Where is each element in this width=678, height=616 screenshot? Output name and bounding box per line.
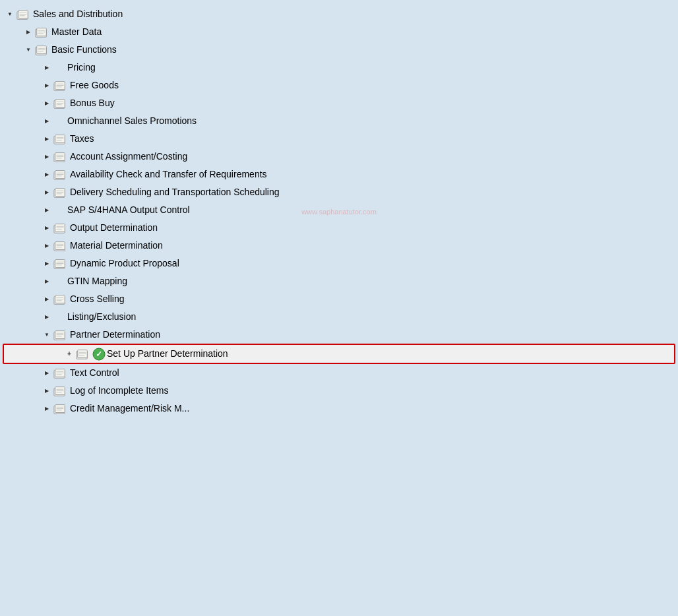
tree-item-master-data[interactable]: Master Data — [0, 23, 678, 41]
toggle-taxes[interactable] — [42, 135, 51, 144]
item-label-sap-output: SAP S/4HANA Output Control — [67, 203, 190, 217]
toggle-dynamic-product[interactable] — [42, 259, 51, 268]
toggle-text-control[interactable] — [42, 369, 51, 378]
tree-item-cross-selling[interactable]: Cross Selling — [0, 290, 678, 308]
toggle-sap-output[interactable] — [42, 206, 51, 215]
folder-icon-free-goods — [53, 80, 67, 92]
folder-icon-bonus-buy — [53, 98, 67, 109]
toggle-pricing[interactable] — [42, 63, 51, 73]
tree-item-credit-management[interactable]: Credit Management/Risk M... — [0, 400, 678, 417]
tree-item-account-assignment[interactable]: Account Assignment/Costing — [0, 148, 678, 166]
folder-icon-output-determination — [53, 222, 67, 234]
item-label-text-control: Text Control — [70, 366, 119, 380]
tree-item-delivery-scheduling[interactable]: Delivery Scheduling and Transportation S… — [0, 183, 678, 201]
toggle-partner-determination[interactable] — [42, 330, 51, 340]
toggle-bonus-buy[interactable] — [42, 99, 51, 108]
tree-item-availability-check[interactable]: Availability Check and Transfer of Requi… — [0, 166, 678, 183]
toggle-setup-partner[interactable]: + — [65, 350, 74, 359]
item-label-listing-exclusion: Listing/Exclusion — [67, 310, 136, 324]
folder-icon-account-assignment — [53, 151, 67, 163]
toggle-output-determination[interactable] — [42, 224, 51, 233]
folder-icon-material-determination — [53, 240, 67, 252]
folder-icon-basic-functions — [34, 44, 49, 56]
tree-item-sales-dist[interactable]: Sales and Distribution — [0, 5, 678, 23]
item-label-master-data: Master Data — [51, 25, 102, 39]
tree-item-free-goods[interactable]: Free Goods — [0, 77, 678, 94]
item-label-cross-selling: Cross Selling — [70, 292, 124, 306]
tree-container: Sales and Distribution Master Data Basic… — [0, 0, 678, 423]
item-label-account-assignment: Account Assignment/Costing — [70, 150, 187, 164]
item-label-bonus-buy: Bonus Buy — [70, 96, 115, 110]
folder-icon-partner-determination — [53, 329, 67, 341]
folder-icon-credit-management — [53, 403, 67, 415]
sap-tree: Sales and Distribution Master Data Basic… — [0, 0, 678, 423]
svg-text:✓: ✓ — [96, 350, 102, 359]
tree-item-log-incomplete[interactable]: Log of Incomplete Items — [0, 382, 678, 400]
folder-icon-dynamic-product — [53, 258, 67, 270]
item-label-availability-check: Availability Check and Transfer of Requi… — [70, 168, 267, 181]
folder-icon-availability-check — [53, 169, 67, 181]
tree-item-taxes[interactable]: Taxes — [0, 130, 678, 148]
item-label-dynamic-product: Dynamic Product Proposal — [70, 257, 179, 270]
item-label-taxes: Taxes — [70, 132, 94, 146]
item-label-material-determination: Material Determination — [70, 239, 163, 253]
item-label-free-goods: Free Goods — [70, 78, 119, 92]
tree-item-material-determination[interactable]: Material Determination — [0, 237, 678, 255]
tree-item-omnichannel[interactable]: Omnichannel Sales Promotions — [0, 112, 678, 130]
toggle-account-assignment[interactable] — [42, 152, 51, 162]
folder-icon-delivery-scheduling — [53, 187, 67, 199]
tree-item-setup-partner[interactable]: + ✓ Set Up Partner Determination — [3, 344, 675, 364]
folder-icon-setup-partner — [75, 348, 90, 360]
toggle-credit-management[interactable] — [42, 404, 51, 414]
item-label-omnichannel: Omnichannel Sales Promotions — [67, 114, 197, 128]
folder-icon-master-data — [34, 26, 49, 38]
item-label-log-incomplete: Log of Incomplete Items — [70, 384, 168, 398]
toggle-sales-dist[interactable] — [5, 10, 15, 19]
toggle-free-goods[interactable] — [42, 81, 51, 90]
toggle-basic-functions[interactable] — [24, 46, 33, 55]
tree-item-output-determination[interactable]: Output Determination — [0, 219, 678, 237]
folder-icon-log-incomplete — [53, 385, 67, 397]
folder-icon-text-control — [53, 367, 67, 379]
toggle-availability-check[interactable] — [42, 170, 51, 179]
tree-item-text-control[interactable]: Text Control — [0, 364, 678, 382]
item-label-delivery-scheduling: Delivery Scheduling and Transportation S… — [70, 185, 280, 199]
toggle-log-incomplete[interactable] — [42, 386, 51, 396]
item-label-gtin-mapping: GTIN Mapping — [67, 274, 127, 288]
item-label-output-determination: Output Determination — [70, 221, 158, 235]
tree-item-listing-exclusion[interactable]: Listing/Exclusion — [0, 308, 678, 326]
item-label-setup-partner: Set Up Partner Determination — [107, 347, 228, 361]
toggle-material-determination[interactable] — [42, 241, 51, 251]
folder-icon-cross-selling — [53, 293, 67, 305]
tree-item-gtin-mapping[interactable]: GTIN Mapping — [0, 272, 678, 290]
toggle-master-data[interactable] — [24, 28, 33, 37]
item-label-credit-management: Credit Management/Risk M... — [70, 402, 189, 416]
tree-item-bonus-buy[interactable]: Bonus Buy — [0, 94, 678, 112]
tree-item-dynamic-product[interactable]: Dynamic Product Proposal — [0, 255, 678, 272]
tree-item-pricing[interactable]: Pricing — [0, 59, 678, 77]
tree-item-partner-determination[interactable]: Partner Determination — [0, 326, 678, 344]
item-label-pricing: Pricing — [67, 61, 96, 75]
toggle-gtin-mapping[interactable] — [42, 277, 51, 286]
toggle-delivery-scheduling[interactable] — [42, 188, 51, 197]
toggle-cross-selling[interactable] — [42, 295, 51, 304]
item-label-partner-determination: Partner Determination — [70, 328, 160, 342]
folder-icon-sales-dist — [16, 9, 30, 20]
folder-icon-taxes — [53, 133, 67, 145]
tree-item-sap-output[interactable]: SAP S/4HANA Output Control — [0, 201, 678, 219]
toggle-omnichannel[interactable] — [42, 117, 51, 126]
toggle-listing-exclusion[interactable] — [42, 313, 51, 322]
green-check-icon-setup-partner: ✓ — [92, 348, 106, 361]
item-label-basic-functions: Basic Functions — [51, 43, 117, 57]
tree-item-basic-functions[interactable]: Basic Functions — [0, 41, 678, 59]
item-label-sales-dist: Sales and Distribution — [33, 7, 123, 21]
